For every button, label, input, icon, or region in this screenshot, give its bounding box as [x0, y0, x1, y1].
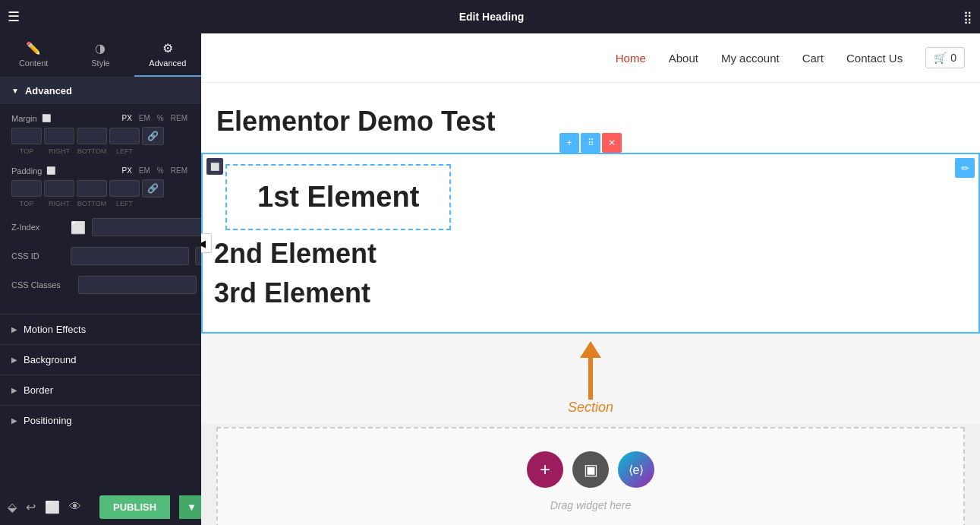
z-index-info-icon: ⬜	[71, 220, 86, 235]
preview-icon[interactable]: 👁	[69, 500, 81, 514]
padding-top-input[interactable]	[11, 180, 42, 197]
css-id-label: CSS ID	[11, 251, 65, 261]
padding-right-label: RIGHT	[44, 200, 74, 207]
margin-top-label: TOP	[11, 147, 42, 155]
tab-content[interactable]: ✏️ Content	[0, 33, 67, 77]
drag-widget-icons: + ▣ ⟨e⟩	[527, 451, 654, 488]
padding-left-label: LEFT	[109, 200, 140, 207]
padding-unit-em[interactable]: EM	[137, 166, 153, 176]
drag-widget-text: Drag widget here	[550, 499, 632, 511]
folder-widget-button[interactable]: ▣	[572, 451, 609, 488]
padding-bottom-input[interactable]	[77, 180, 107, 197]
advanced-tab-icon: ⚙	[162, 41, 173, 55]
cart-icon: 🛒	[934, 52, 947, 64]
padding-field: Padding ⬜ PX EM % REM 🔗	[11, 166, 190, 207]
margin-field: Margin ⬜ PX EM % REM 🔗	[11, 113, 190, 155]
sidebar-tabs: ✏️ Content ◑ Style ⚙ Advanced	[0, 33, 201, 77]
publish-arrow-button[interactable]: ▼	[179, 495, 201, 519]
nav-arrow-left[interactable]: ◀	[201, 233, 212, 253]
padding-link-button[interactable]: 🔗	[142, 179, 164, 198]
section-label: Section	[568, 400, 613, 416]
border-section: ▶ Border	[0, 375, 201, 405]
tab-style[interactable]: ◑ Style	[67, 33, 134, 77]
margin-unit-em[interactable]: EM	[137, 113, 153, 123]
advanced-section-header[interactable]: ▼ Advanced	[0, 77, 201, 104]
background-section: ▶ Background	[0, 344, 201, 375]
padding-left-input[interactable]	[109, 180, 140, 197]
canvas: Home About My account Cart Contact Us 🛒 …	[201, 33, 980, 525]
column-handle[interactable]: ⬜	[206, 158, 223, 175]
responsive-icon[interactable]: ⬜	[45, 500, 60, 514]
border-arrow: ▶	[11, 386, 17, 394]
background-label: Background	[24, 354, 76, 365]
tab-advanced-label: Advanced	[149, 59, 186, 68]
margin-unit-rem[interactable]: REM	[169, 113, 190, 123]
motion-effects-header[interactable]: ▶ Motion Effects	[0, 315, 201, 344]
css-classes-input[interactable]	[78, 276, 197, 294]
margin-info-icon: ⬜	[42, 114, 51, 122]
positioning-arrow: ▶	[11, 416, 17, 425]
nav-home[interactable]: Home	[616, 52, 646, 65]
css-id-input[interactable]	[71, 247, 189, 265]
positioning-header[interactable]: ▶ Positioning	[0, 406, 201, 435]
margin-inputs: 🔗	[11, 127, 190, 145]
tab-content-label: Content	[19, 59, 49, 68]
padding-right-input[interactable]	[44, 180, 74, 197]
padding-sublabels: TOP RIGHT BOTTOM LEFT	[11, 200, 190, 207]
z-index-field: Z-Index ⬜	[11, 218, 190, 236]
margin-bottom-input[interactable]	[77, 128, 107, 144]
tab-style-label: Style	[91, 59, 109, 68]
margin-sublabels: TOP RIGHT BOTTOM LEFT	[11, 147, 190, 155]
margin-left-input[interactable]	[109, 128, 140, 144]
nav-myaccount[interactable]: My account	[721, 52, 780, 65]
first-element: 1st Element	[225, 164, 451, 230]
padding-unit-pct[interactable]: %	[155, 166, 166, 176]
site-nav: Home About My account Cart Contact Us 🛒 …	[201, 33, 980, 83]
publish-button[interactable]: PUBLISH	[99, 495, 170, 519]
margin-unit-pct[interactable]: %	[155, 113, 166, 123]
cart-button[interactable]: 🛒 0	[925, 47, 965, 68]
positioning-section: ▶ Positioning	[0, 405, 201, 435]
nav-about[interactable]: About	[669, 52, 698, 65]
section-move-button[interactable]: ⠿	[581, 133, 600, 153]
margin-bottom-label: BOTTOM	[77, 147, 107, 155]
motion-effects-arrow: ▶	[11, 325, 17, 334]
edit-pencil-button[interactable]: ✏	[955, 158, 975, 178]
history-icon[interactable]: ↩	[26, 500, 36, 514]
margin-right-input[interactable]	[44, 128, 74, 144]
padding-inputs: 🔗	[11, 179, 190, 198]
nav-cart[interactable]: Cart	[802, 52, 824, 65]
positioning-label: Positioning	[24, 415, 72, 426]
margin-label: Margin	[11, 114, 37, 123]
padding-top-label: TOP	[11, 200, 42, 207]
layers-icon[interactable]: ⬙	[8, 500, 17, 514]
motion-effects-section: ▶ Motion Effects	[0, 314, 201, 344]
motion-effects-label: Motion Effects	[24, 324, 86, 335]
section-close-button[interactable]: ✕	[602, 133, 622, 153]
padding-unit-rem[interactable]: REM	[169, 166, 190, 176]
background-arrow: ▶	[11, 356, 17, 364]
margin-unit-px[interactable]: PX	[120, 113, 134, 123]
padding-unit-px[interactable]: PX	[120, 166, 134, 176]
hamburger-icon[interactable]: ☰	[8, 8, 20, 25]
section-add-button[interactable]: +	[559, 133, 579, 153]
border-header[interactable]: ▶ Border	[0, 375, 201, 405]
drag-widget-area[interactable]: + ▣ ⟨e⟩ Drag widget here	[216, 427, 965, 525]
add-widget-button[interactable]: +	[527, 451, 563, 488]
grid-icon[interactable]: ⣿	[963, 10, 972, 24]
top-bar: ☰ Edit Heading ⣿	[0, 0, 980, 33]
tab-advanced[interactable]: ⚙ Advanced	[134, 33, 201, 77]
css-id-copy-button[interactable]: ⧉	[195, 247, 201, 265]
elementor-widget-button[interactable]: ⟨e⟩	[618, 451, 654, 488]
margin-link-button[interactable]: 🔗	[142, 127, 164, 145]
arrow-stem	[588, 358, 593, 400]
sidebar: ✏️ Content ◑ Style ⚙ Advanced ▼ Advanced…	[0, 33, 201, 525]
margin-right-label: RIGHT	[44, 147, 74, 155]
nav-contactus[interactable]: Contact Us	[846, 52, 903, 65]
z-index-input[interactable]	[92, 218, 201, 236]
advanced-arrow-icon: ▼	[11, 87, 19, 95]
advanced-panel-content: Margin ⬜ PX EM % REM 🔗	[0, 104, 201, 314]
margin-left-label: LEFT	[109, 147, 140, 155]
background-header[interactable]: ▶ Background	[0, 345, 201, 375]
margin-top-input[interactable]	[11, 128, 42, 144]
